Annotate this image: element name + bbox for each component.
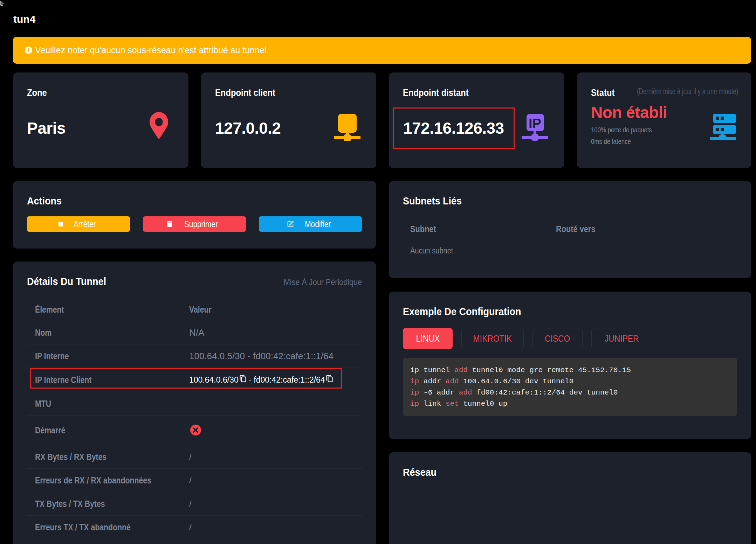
svg-text:IP: IP	[529, 116, 541, 131]
